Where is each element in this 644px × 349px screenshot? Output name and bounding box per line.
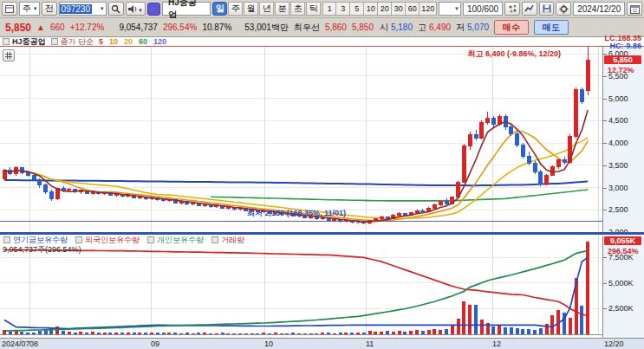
period-button-5[interactable]: 5 [350,2,364,16]
tab-년[interactable]: 년 [259,2,274,16]
price-tick-label: 3,000 [608,184,628,192]
ma60-line [211,190,588,201]
up-arrow-icon: ▲ [36,23,45,32]
period-button-3[interactable]: 3 [336,2,350,16]
timeframe-tabs: 일주월년분초틱 [212,2,321,16]
ma-legend-items: 5102060120 [99,37,166,46]
tick-mark [603,120,607,121]
price-tick-label: 4,000 [608,139,628,147]
open-price: 5,180 [391,23,413,32]
calendar-icon[interactable] [627,2,642,16]
volume-gridlines [0,235,602,334]
ma5-line [4,110,588,222]
volume-tick-label: 2,500K [608,304,634,313]
bar-count-input[interactable]: 100/600 [463,2,503,16]
low-price: 5,070 [467,23,489,32]
period-button-10[interactable]: 10 [364,2,378,16]
tick-mark [603,210,607,210]
best-bid: 5,850 [352,23,374,32]
current-volume-marker: 9,055K [604,236,641,245]
multichart-dots-icon[interactable] [504,2,520,16]
legend-bullet-icon [3,38,10,45]
low-label: 저 [456,22,465,34]
volume-bars [3,242,589,334]
legend-ma-title: 종가 단순 [51,36,94,48]
blank-dropdown[interactable]: ▼ [439,2,461,16]
tick-mark [603,283,607,284]
volume-value: 9,054,737 [119,23,158,32]
ma-legend-5: 5 [99,37,103,46]
tick-mark [603,165,607,166]
prev-button[interactable]: 전 [42,2,57,16]
save-icon[interactable] [539,2,555,16]
panel-splitter[interactable] [0,232,644,236]
best-ask: 5,860 [325,23,347,32]
window-icon[interactable] [2,2,17,16]
buy-button[interactable]: 매수 [494,20,529,35]
date-label: 08 [29,339,38,348]
tab-분[interactable]: 분 [275,2,289,16]
tab-일[interactable]: 일 [212,2,227,16]
volume-chart-canvas[interactable] [0,235,602,338]
volume-tick-label: 5,000K [608,279,634,288]
ma-legend-120: 120 [153,37,166,46]
price-change: 660 [50,23,65,32]
period-button-120[interactable]: 120 [420,2,437,16]
tick-mark [603,188,607,189]
date-label: 10 [264,339,273,348]
line-style-icon[interactable] [522,2,537,16]
stock-name: HJ중공업 [162,2,211,16]
tick-mark [603,143,607,144]
period-button-20[interactable]: 20 [378,2,392,16]
date-label: 12 [492,339,501,348]
turnover-pct: 10.87% [202,23,231,32]
ma-legend-60: 60 [139,37,147,46]
volume-ratio: 296.54% [163,23,197,32]
chart-grid-icon[interactable] [3,49,15,61]
date-axis: 2024/07080910111212/20 [0,338,644,349]
candlesticks [3,47,589,224]
chart-type-dropdown[interactable]: 주▼ [19,2,40,16]
date-label: 09 [151,339,159,348]
price-gridlines [0,47,602,232]
price-tick-label: 5,000 [608,94,628,103]
quote-infobar: 5,850 ▲ 660 +12.72% 9,054,737 296.54% 10… [0,18,644,37]
price-legend: HJ중공업 종가 단순 5102060120 [0,37,644,47]
tick-mark [603,257,607,258]
tab-틱[interactable]: 틱 [306,2,321,16]
hc-label: HC:-9.86 [609,42,641,50]
period-button-30[interactable]: 30 [392,2,406,16]
period-button-1[interactable]: 1 [322,2,336,16]
price-change-pct: +12.72% [70,23,105,32]
ma-legend-20: 20 [124,37,133,46]
legend-stock-item: HJ중공업 [3,36,46,48]
price-chart-canvas[interactable] [0,47,602,232]
date-label: 2024/07 [2,339,30,348]
sell-button[interactable]: 매도 [534,20,569,35]
tab-주[interactable]: 주 [228,2,243,16]
chevron-down-icon: ▼ [100,6,106,11]
price-tick-label: 4,500 [608,116,628,125]
stock-badge-icon [147,3,160,16]
date-label: 11 [366,339,374,348]
date-input[interactable]: 2024/12/20 [573,2,625,16]
ma20-line [4,138,588,218]
search-icon[interactable] [108,2,124,16]
tick-mark [603,76,607,77]
current-volume-pct: 296.54% [608,247,639,255]
high-price: 6,490 [429,23,451,32]
stock-code-input[interactable]: 097230▼ [59,2,107,16]
date-label: 12/20 [604,339,624,348]
speaker-icon[interactable]: ▼ [126,2,146,16]
period-button-60[interactable]: 60 [406,2,420,16]
volume-axis: 7,500K5,000K2,500K9,055K296.54% [602,235,644,338]
best-quote-label: 최우선 [294,22,320,34]
chevron-down-icon: ▼ [33,6,38,11]
chevron-down-icon: ▼ [454,6,459,11]
high-label: 고 [418,22,426,34]
price-tick-label: 2,500 [608,205,628,214]
tab-월[interactable]: 월 [244,2,258,16]
settings-gear-icon[interactable] [556,2,571,16]
tab-초[interactable]: 초 [290,2,305,16]
current-price: 5,850 [5,22,31,34]
